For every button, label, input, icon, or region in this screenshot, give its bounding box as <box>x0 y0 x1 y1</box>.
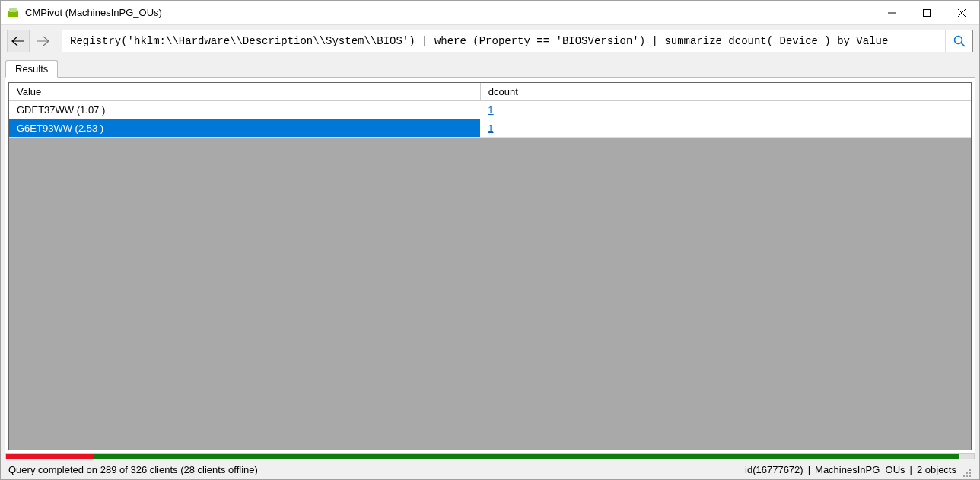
status-message: Query completed on 289 of 326 clients (2… <box>8 464 740 475</box>
status-id: id(16777672) <box>745 464 803 475</box>
table-row[interactable]: GDET37WW (1.07 ) 1 <box>9 101 971 119</box>
status-sep: | <box>808 464 810 475</box>
column-header-dcount[interactable]: dcount_ <box>480 83 971 101</box>
resize-grip-icon[interactable] <box>961 467 972 478</box>
results-panel: Value dcount_ GDET37WW (1.07 ) 1 G6ET93W… <box>5 77 975 453</box>
maximize-button[interactable] <box>909 1 944 24</box>
svg-point-9 <box>966 472 968 474</box>
query-input[interactable] <box>62 30 945 52</box>
svg-point-10 <box>969 472 971 474</box>
run-query-button[interactable] <box>945 30 972 52</box>
back-button[interactable] <box>7 30 30 52</box>
close-button[interactable] <box>944 1 979 24</box>
window-controls <box>874 1 979 24</box>
toolbar <box>1 25 979 57</box>
tabstrip: Results <box>1 57 979 77</box>
status-sep: | <box>910 464 912 475</box>
svg-line-7 <box>961 43 965 46</box>
progress-bar <box>5 453 975 459</box>
query-box <box>62 30 973 52</box>
svg-point-6 <box>954 37 962 44</box>
cell-value: G6ET93WW (2.53 ) <box>9 119 480 138</box>
grid-empty-area <box>9 138 971 450</box>
minimize-button[interactable] <box>874 1 909 24</box>
svg-point-13 <box>969 475 971 477</box>
svg-rect-3 <box>924 9 931 16</box>
window: CMPivot (MachinesInPG_OUs) <box>0 0 980 480</box>
progress-offline-segment <box>6 454 93 459</box>
results-grid: Value dcount_ GDET37WW (1.07 ) 1 G6ET93W… <box>8 82 972 450</box>
cell-value: GDET37WW (1.07 ) <box>9 101 480 119</box>
status-collection: MachinesInPG_OUs <box>815 464 905 475</box>
forward-button[interactable] <box>31 30 54 52</box>
tab-results[interactable]: Results <box>5 60 58 78</box>
svg-point-11 <box>963 475 965 477</box>
status-object-count: 2 objects <box>917 464 956 475</box>
dcount-link[interactable]: 1 <box>488 104 493 116</box>
column-header-value[interactable]: Value <box>9 83 480 101</box>
dcount-link[interactable]: 1 <box>488 122 493 134</box>
status-bar: Query completed on 289 of 326 clients (2… <box>1 459 979 479</box>
cell-dcount: 1 <box>480 101 971 119</box>
titlebar: CMPivot (MachinesInPG_OUs) <box>1 1 979 25</box>
svg-rect-1 <box>9 8 17 12</box>
table-row[interactable]: G6ET93WW (2.53 ) 1 <box>9 119 971 138</box>
window-title: CMPivot (MachinesInPG_OUs) <box>24 7 874 18</box>
app-icon <box>7 7 19 19</box>
cell-dcount: 1 <box>480 119 971 138</box>
search-icon <box>953 34 966 48</box>
svg-point-12 <box>966 475 968 477</box>
svg-point-8 <box>969 469 971 471</box>
progress-remaining-segment <box>959 454 974 459</box>
progress-complete-segment <box>93 454 959 459</box>
